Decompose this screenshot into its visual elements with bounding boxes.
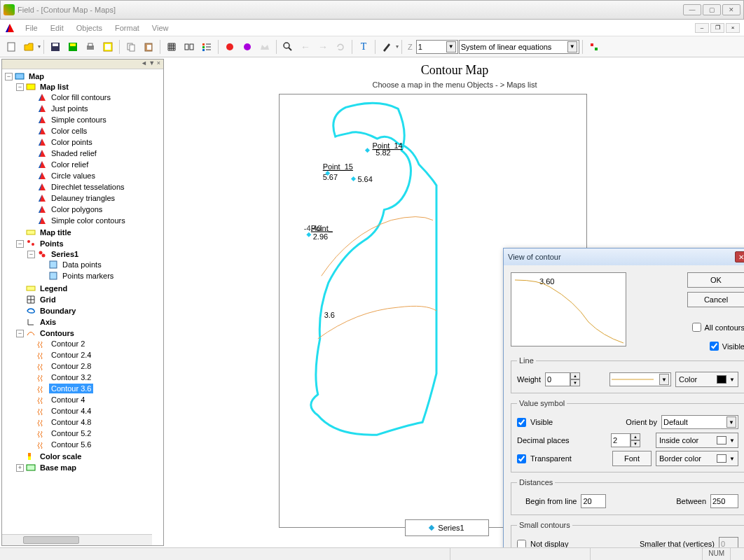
tool-icon[interactable] <box>586 38 602 55</box>
sidebar-hscroll[interactable] <box>2 534 152 545</box>
mdi-restore-button[interactable]: ❐ <box>710 23 724 33</box>
back-icon[interactable]: ← <box>297 38 314 55</box>
tree: −Map −Map list Color fill contoursJust p… <box>4 71 162 474</box>
border-color-button[interactable]: Border color▼ <box>656 451 738 466</box>
tree-maplist-item[interactable]: Shaded relief <box>27 148 162 158</box>
tree-contour-item[interactable]: Contour 2 <box>27 339 162 349</box>
grid2-icon[interactable] <box>181 38 198 55</box>
tree-maplist-item[interactable]: Direchlet tesselations <box>27 182 162 192</box>
tree-contour-item[interactable]: Contour 2.4 <box>27 350 162 360</box>
menu-objects[interactable]: Objects <box>71 22 108 34</box>
svg-rect-67 <box>365 148 370 153</box>
tree-contour-item[interactable]: Contour 2.8 <box>27 361 162 371</box>
crown-icon[interactable] <box>256 38 273 55</box>
all-contours-checkbox[interactable] <box>692 323 701 332</box>
menu-file[interactable]: File <box>20 22 43 34</box>
tree-contour-item[interactable]: Contour 4.8 <box>27 417 162 427</box>
tree-contours[interactable]: −Contours <box>16 328 162 338</box>
svg-text:5.64: 5.64 <box>357 175 372 183</box>
tree-maplist-item[interactable]: Circle values <box>27 171 162 181</box>
tree-maplist-item[interactable]: Simple contours <box>27 115 162 125</box>
tree-maplist-item[interactable]: Color fill contours <box>27 92 162 102</box>
tree-maplist-item[interactable]: Delauney triangles <box>27 193 162 203</box>
contour-line <box>318 306 436 338</box>
tree-legend[interactable]: Legend <box>16 284 162 293</box>
tree-datapoints[interactable]: Data points <box>39 260 162 270</box>
new-button[interactable] <box>3 38 20 55</box>
menu-view[interactable]: View <box>146 22 174 34</box>
svg-rect-6 <box>70 43 76 46</box>
tree-contour-item[interactable]: Contour 4 <box>27 395 162 405</box>
vsym-visible-checkbox[interactable] <box>517 418 526 427</box>
tree-maplist[interactable]: −Map list <box>16 82 162 92</box>
inside-color-button[interactable]: Inside color▼ <box>656 433 738 448</box>
open-button[interactable] <box>20 38 37 55</box>
begin-input[interactable]: 20 <box>581 494 606 508</box>
menu-edit[interactable]: Edit <box>45 22 69 34</box>
z-label: Z <box>405 43 415 51</box>
tree-maplist-item[interactable]: Color polygons <box>27 204 162 214</box>
cancel-button[interactable]: Cancel <box>687 292 744 307</box>
tree-maplist-item[interactable]: Color points <box>27 137 162 147</box>
dialog-close-button[interactable]: ✕ <box>735 251 744 262</box>
zoom-icon[interactable] <box>280 38 296 55</box>
tree-points[interactable]: −Points <box>16 239 162 248</box>
tree-contour-item[interactable]: Contour 4.4 <box>27 406 162 416</box>
tree-boundary[interactable]: Boundary <box>16 306 162 316</box>
tree-basemap[interactable]: +Base map <box>16 463 162 472</box>
layout-button[interactable] <box>99 38 116 55</box>
tree-contour-item[interactable]: Contour 3.2 <box>27 372 162 382</box>
menu-format[interactable]: Format <box>109 22 145 34</box>
grid-icon[interactable] <box>163 38 180 55</box>
window-title: Field - [Contour Map - Maps] <box>18 6 683 14</box>
tree-grid[interactable]: Grid <box>16 295 162 304</box>
font-button[interactable]: Font <box>612 451 652 466</box>
tree-maptitle[interactable]: Map title <box>16 227 162 237</box>
svg-text:5.67: 5.67 <box>323 173 338 181</box>
tree-maplist-item[interactable]: Color relief <box>27 160 162 169</box>
orient-select[interactable]: Default▼ <box>661 415 738 429</box>
list-icon[interactable] <box>198 38 215 55</box>
transparent-checkbox[interactable] <box>517 454 526 463</box>
copy-button[interactable] <box>123 38 139 55</box>
save-button[interactable] <box>47 38 64 55</box>
pen-icon[interactable] <box>378 38 395 55</box>
forward-icon[interactable]: → <box>315 38 331 55</box>
map-subtitle: Choose a map in the menu Objects - > Map… <box>167 80 743 89</box>
tree-maplist-item[interactable]: Color cells <box>27 126 162 136</box>
tree-pointsmarkers[interactable]: Points markers <box>39 271 162 281</box>
maximize-button[interactable]: ▢ <box>703 4 721 15</box>
visible-checkbox[interactable] <box>710 342 719 351</box>
ok-button[interactable]: OK <box>687 272 744 288</box>
tree-contour-item[interactable]: Contour 3.6 <box>27 384 162 393</box>
print-button[interactable] <box>82 38 99 55</box>
tree-contour-item[interactable]: Contour 5.6 <box>27 440 162 449</box>
tree-maplist-item[interactable]: Just points <box>27 104 162 113</box>
map-legend: Series1 <box>405 519 489 536</box>
weight-input[interactable]: 0▲▼ <box>545 372 580 386</box>
line-color-button[interactable]: Color▼ <box>675 372 738 387</box>
refresh-icon[interactable] <box>332 38 349 55</box>
sphere-icon[interactable] <box>221 38 238 55</box>
line-style-select[interactable]: ▼ <box>609 372 671 386</box>
tree-axis[interactable]: Axis <box>16 317 162 327</box>
between-input[interactable]: 250 <box>710 494 738 508</box>
mdi-minimize-button[interactable]: – <box>695 23 709 33</box>
tree-map[interactable]: −Map <box>5 71 162 81</box>
close-button[interactable]: ✕ <box>722 4 740 15</box>
text-icon[interactable]: T <box>355 38 372 55</box>
tree-contour-item[interactable]: Contour 5.2 <box>27 428 162 438</box>
save-color-button[interactable] <box>64 38 81 55</box>
sphere2-icon[interactable] <box>239 38 256 55</box>
tree-colorscale[interactable]: Color scale <box>16 451 162 461</box>
tree-series1[interactable]: −Series1 <box>27 249 162 259</box>
z-select[interactable]: 1▼ <box>416 40 458 54</box>
minimize-button[interactable]: — <box>683 4 701 15</box>
app-logo-icon <box>4 22 15 34</box>
tree-maplist-item[interactable]: Simple color contours <box>27 216 162 225</box>
paste-button[interactable] <box>140 38 157 55</box>
mdi-close-button[interactable]: × <box>726 23 740 33</box>
method-select[interactable]: System of linear equations▼ <box>459 40 579 54</box>
decimal-input[interactable]: 2▲▼ <box>611 433 640 447</box>
dialog-titlebar[interactable]: View of contour ✕ <box>504 248 744 265</box>
